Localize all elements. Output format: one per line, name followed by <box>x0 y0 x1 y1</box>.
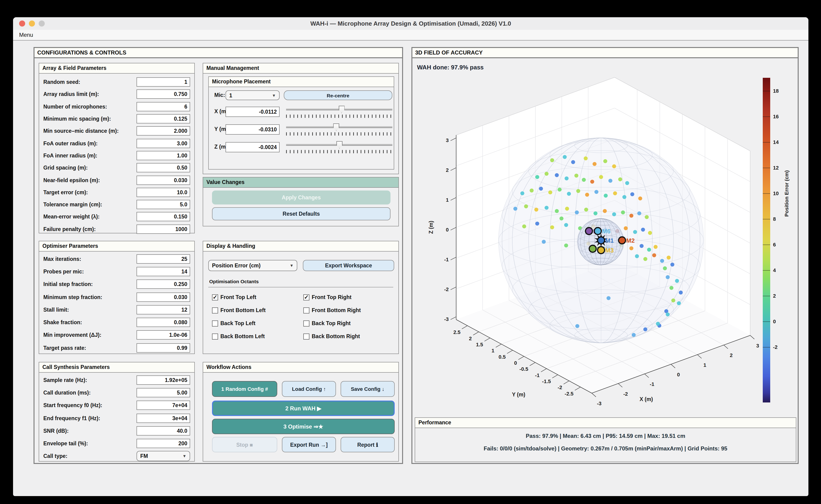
octant-label: Front Bottom Left <box>220 307 266 313</box>
param-input[interactable] <box>137 151 190 160</box>
octant-checkbox[interactable] <box>303 320 309 326</box>
axis-input[interactable] <box>226 124 280 135</box>
param-input[interactable] <box>137 413 190 423</box>
param-label: End frequency f1 (Hz): <box>43 415 100 421</box>
param-input[interactable] <box>137 279 190 289</box>
param-input[interactable] <box>137 163 190 172</box>
param-input[interactable] <box>137 426 190 436</box>
param-label: Probes per mic: <box>43 269 84 274</box>
report-button[interactable]: Report ℹ <box>341 437 395 452</box>
svg-text:-2: -2 <box>444 286 449 292</box>
param-input[interactable] <box>137 114 190 123</box>
param-label: Grid spacing (m): <box>43 165 88 170</box>
param-input[interactable] <box>137 139 190 148</box>
mic-select-dropdown[interactable]: 1 ▼ <box>226 90 280 100</box>
param-input[interactable] <box>137 254 190 263</box>
axis-slider[interactable] <box>286 141 392 154</box>
param-row: Minimum mic spacing (m): <box>39 113 194 125</box>
octant-checkbox[interactable]: ✓ <box>212 294 218 300</box>
octant-checkbox[interactable] <box>212 320 218 326</box>
colorbar-tick-label: 14 <box>773 139 779 145</box>
octant-checkbox[interactable] <box>303 333 309 339</box>
run-wah-button[interactable]: 2 Run WAH ▶ <box>212 401 395 416</box>
recentre-button[interactable]: Re-centre <box>284 90 392 100</box>
reset-defaults-button[interactable]: Reset Defaults <box>212 207 390 220</box>
param-input[interactable] <box>137 90 190 99</box>
param-input[interactable] <box>137 375 190 385</box>
call-type-dropdown[interactable]: FM ▼ <box>137 451 190 461</box>
param-input[interactable] <box>137 212 190 221</box>
octant-checkbox[interactable] <box>212 333 218 339</box>
random-config-button[interactable]: 1 Random Config # <box>212 381 277 397</box>
param-row: Failure penalty (cm): <box>39 223 194 235</box>
octant-checkbox[interactable] <box>212 307 218 313</box>
axis-slider[interactable] <box>286 123 392 136</box>
menu-item[interactable]: Menu <box>19 30 33 40</box>
param-label: Shake fraction: <box>43 320 82 325</box>
param-input[interactable] <box>137 126 190 136</box>
param-input[interactable] <box>137 388 190 397</box>
param-row: End frequency f1 (Hz): <box>39 412 194 425</box>
export-workspace-button[interactable]: Export Workspace <box>303 260 394 271</box>
svg-text:-1.5: -1.5 <box>542 378 551 384</box>
accuracy-3d-plot[interactable]: M4M6M2M5M3M13210-1-2-32.521.510.50-0.5-1… <box>412 68 759 415</box>
colorbar-tick <box>763 270 770 271</box>
param-label: Number of microphones: <box>43 104 107 109</box>
slider-thumb[interactable] <box>333 123 339 131</box>
mic-select-label: Mic: <box>214 92 225 98</box>
param-input[interactable] <box>137 77 190 87</box>
axis-input[interactable] <box>226 107 280 117</box>
array-field-rows: Random seed: Array radius limit (m): Num… <box>39 74 194 235</box>
colorbar-tick-label: 16 <box>773 114 779 119</box>
svg-text:2: 2 <box>446 167 449 173</box>
metric-value: Position Error (cm) <box>212 263 260 268</box>
param-input[interactable] <box>137 188 190 197</box>
slider-thumb[interactable] <box>336 141 342 149</box>
param-input[interactable] <box>137 305 190 314</box>
param-input[interactable] <box>137 343 190 352</box>
export-run-button[interactable]: Export Run →] <box>282 437 336 452</box>
param-input[interactable] <box>137 200 190 209</box>
save-config-button[interactable]: Save Config ↓ <box>341 381 395 397</box>
svg-text:-1: -1 <box>535 372 540 378</box>
octant-label: Back Bottom Left <box>220 334 265 339</box>
param-input[interactable] <box>137 292 190 302</box>
octant-option: Back Top Left <box>212 317 303 330</box>
axis-input[interactable] <box>226 142 280 152</box>
param-row: SNR (dB): <box>39 424 194 437</box>
stop-button[interactable]: Stop ■ <box>212 437 277 452</box>
param-input[interactable] <box>137 401 190 410</box>
slider-thumb[interactable] <box>339 106 345 113</box>
octant-option: Back Bottom Right <box>303 330 394 343</box>
field-accuracy-title: 3D FIELD OF ACCURACY <box>412 48 798 58</box>
param-input[interactable] <box>137 267 190 276</box>
workflow-actions-panel: Workflow Actions 1 Random Config # Load … <box>203 362 399 462</box>
call-synthesis-panel: Call Synthesis Parameters Sample rate (H… <box>39 362 195 462</box>
manual-management-panel: Manual Management Microphone Placement M… <box>203 63 399 174</box>
axis-slider[interactable] <box>286 106 392 119</box>
param-input[interactable] <box>137 224 190 234</box>
octant-checkbox[interactable] <box>303 307 309 313</box>
param-input[interactable] <box>137 330 190 340</box>
param-input[interactable] <box>137 175 190 185</box>
svg-text:-3: -3 <box>597 401 602 406</box>
call-synthesis-rows: Sample rate (Hz): Call duration (ms): St… <box>39 373 194 450</box>
param-label: Envelope tail (%): <box>43 441 88 446</box>
metric-dropdown[interactable]: Position Error (cm) ▼ <box>208 260 297 271</box>
param-input[interactable] <box>137 102 190 111</box>
value-changes-title: Value Changes <box>203 177 398 188</box>
colorbar-tick-label: 4 <box>773 267 776 273</box>
octant-option: Front Bottom Right <box>303 304 394 317</box>
optimise-button[interactable]: 3 Optimise ⇒★ <box>212 419 395 434</box>
call-type-label: Call type: <box>43 453 68 459</box>
octant-checkbox[interactable]: ✓ <box>303 294 309 300</box>
colorbar <box>763 78 770 402</box>
colorbar-tick-label: -2 <box>773 344 778 350</box>
param-input[interactable] <box>137 439 190 448</box>
load-config-button[interactable]: Load Config ↑ <box>282 381 336 397</box>
apply-changes-button[interactable]: Apply Changes <box>212 191 390 204</box>
param-label: Target pass rate: <box>43 345 86 351</box>
param-label: Sample rate (Hz): <box>43 377 87 383</box>
svg-text:-2: -2 <box>623 391 628 397</box>
param-input[interactable] <box>137 318 190 327</box>
